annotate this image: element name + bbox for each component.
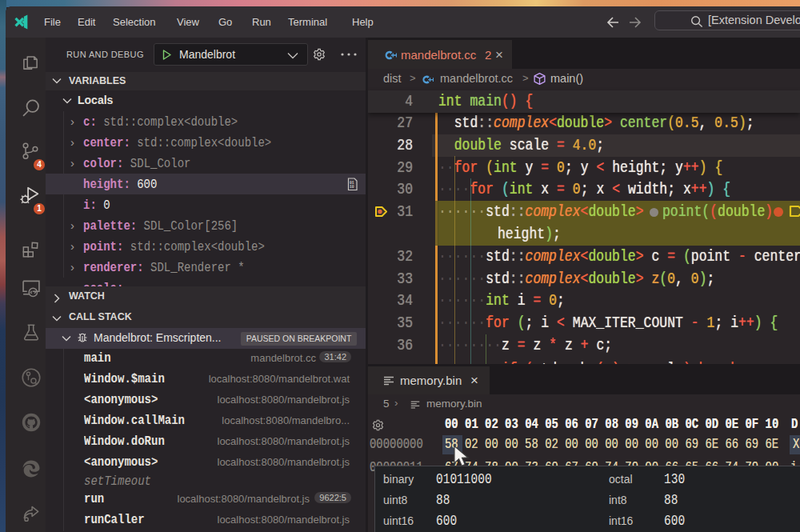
svg-text:10: 10	[350, 185, 354, 189]
